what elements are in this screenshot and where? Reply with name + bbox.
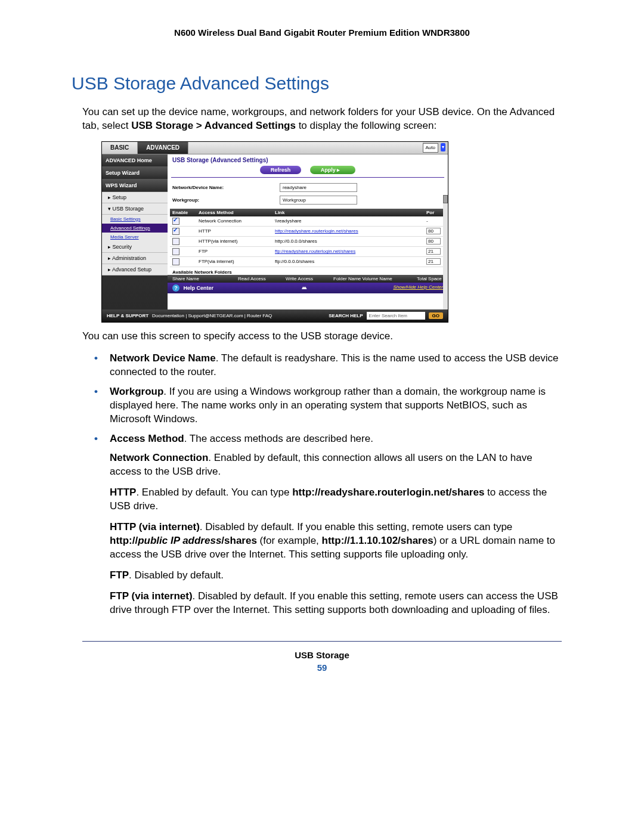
content-scrollbar[interactable] <box>443 195 448 309</box>
table-row: HTTP http://readyshare.routerlogin.net/s… <box>170 226 445 236</box>
tab-spacer <box>188 142 422 154</box>
sidebar-setup-wizard[interactable]: Setup Wizard <box>102 167 168 179</box>
cell-link[interactable]: http://readyshare.routerlogin.net/shares <box>275 228 358 234</box>
bullet-icon: • <box>94 352 110 379</box>
sub-url-prefix: http:// <box>110 535 138 546</box>
th-method: Access Method <box>196 209 273 216</box>
sub-label: HTTP <box>110 487 136 498</box>
bullet-text: . The access methods are described here. <box>184 433 373 444</box>
sub-http-via-internet: HTTP (via internet). Disabled by default… <box>110 521 562 562</box>
workgroup-input[interactable]: Workgroup <box>280 196 357 205</box>
sidebar-advanced-setup[interactable]: ▸ Advanced Setup <box>102 264 168 275</box>
port-input[interactable]: 21 <box>426 248 441 255</box>
sub-ftp: FTP. Disabled by default. <box>110 569 562 583</box>
enable-checkbox[interactable] <box>172 238 179 245</box>
sub-ftp-via-internet: FTP (via internet). Disabled by default.… <box>110 590 562 617</box>
refresh-button[interactable]: Refresh <box>260 166 302 174</box>
language-dropdown-icon[interactable]: ▾ <box>441 143 445 151</box>
cell-method: HTTP(via internet) <box>196 236 273 246</box>
bullet-label: Network Device Name <box>110 352 216 364</box>
collapse-arrow-icon[interactable]: ▴▴▴ <box>302 284 305 292</box>
th-enable: Enable <box>170 209 196 216</box>
port-input[interactable]: 80 <box>426 238 441 244</box>
cell-link: http://0.0.0.0/shares <box>273 236 424 246</box>
table-row: FTP(via internet) ftp://0.0.0.0/shares 2… <box>170 256 445 267</box>
support-links[interactable]: Documentation | Support@NETGEAR.com | Ro… <box>152 313 272 318</box>
sidebar-basic-settings[interactable]: Basic Settings <box>102 215 168 224</box>
sidebar-security[interactable]: ▸ Security <box>102 241 168 253</box>
search-help-label: SEARCH HELP <box>329 313 363 318</box>
bullet-text: . If you are using a Windows workgroup r… <box>110 386 546 425</box>
cell-link: ftp://0.0.0.0/shares <box>273 256 424 267</box>
th-folder-name: Folder Name Volume Name <box>333 276 405 281</box>
port-input[interactable]: 21 <box>426 258 441 265</box>
bullet-label: Workgroup <box>110 386 163 397</box>
cell-method: HTTP <box>196 226 273 236</box>
help-support-label: HELP & SUPPORT <box>107 313 148 318</box>
sub-text: (for example, <box>257 535 322 546</box>
workgroup-label: Workgroup: <box>172 197 280 203</box>
ss-sidebar: ADVANCED Home Setup Wizard WPS Wizard ▸ … <box>102 154 168 309</box>
sub-label: FTP <box>110 569 129 581</box>
bullet-network-device-name: • Network Device Name. The default is re… <box>94 352 562 379</box>
ss-footer: HELP & SUPPORT Documentation | Support@N… <box>102 309 448 322</box>
enable-checkbox[interactable] <box>172 258 179 265</box>
footer-rule <box>82 641 562 642</box>
scrollbar-thumb[interactable] <box>443 195 448 203</box>
th-read-access: Read Access <box>238 276 274 281</box>
enable-checkbox[interactable] <box>172 228 179 235</box>
router-screenshot: BASIC ADVANCED Auto ▾ ADVANCED Home Setu… <box>101 141 448 323</box>
sidebar-administration[interactable]: ▸ Administration <box>102 253 168 264</box>
th-total-space: Total Space <box>417 276 442 281</box>
sidebar-usb-storage[interactable]: ▾ USB Storage <box>102 203 168 215</box>
cell-link: \\readyshare <box>273 216 424 227</box>
intro-paragraph: You can set up the device name, workgrou… <box>82 106 562 133</box>
bullet-access-method: • Access Method. The access methods are … <box>94 432 562 446</box>
sub-url-italic: public IP address <box>138 535 221 546</box>
table-row: FTP ftp://readyshare.routerlogin.net/sha… <box>170 246 445 256</box>
table-row: HTTP(via internet) http://0.0.0.0/shares… <box>170 236 445 246</box>
folder-table-header: Share Name Read Access Write Access Fold… <box>168 275 448 283</box>
cell-link[interactable]: ftp://readyshare.routerlogin.net/shares <box>275 249 355 254</box>
go-button[interactable]: GO <box>429 312 443 319</box>
sidebar-advanced-settings[interactable]: Advanced Settings <box>102 224 168 233</box>
sub-network-connection: Network Connection. Enabled by default, … <box>110 451 562 479</box>
table-row: Network Connection \\readyshare - <box>170 216 445 227</box>
bullet-workgroup: • Workgroup. If you are using a Windows … <box>94 385 562 426</box>
search-input[interactable]: Enter Search Item <box>367 312 425 320</box>
sub-text: . Enabled by default. You can type <box>136 487 292 498</box>
cell-port: - <box>424 216 445 227</box>
available-folders-label: Available Network Folders <box>168 267 448 275</box>
tab-basic[interactable]: BASIC <box>102 142 138 154</box>
help-icon: ? <box>172 284 179 292</box>
tab-advanced[interactable]: ADVANCED <box>138 142 188 154</box>
section-title: USB Storage Advanced Settings <box>72 73 572 94</box>
sidebar-setup[interactable]: ▸ Setup <box>102 192 168 203</box>
sub-http: HTTP. Enabled by default. You can type h… <box>110 486 562 513</box>
sub-url: http://readyshare.routerlogin.net/shares <box>292 487 484 498</box>
page-number: 59 <box>72 662 572 673</box>
th-write-access: Write Access <box>286 276 321 281</box>
bullet-label: Access Method <box>110 433 184 444</box>
apply-button[interactable]: Apply ▸ <box>310 166 356 174</box>
sub-example: http://1.1.10.102/shares <box>322 535 434 546</box>
footer-section-label: USB Storage <box>72 650 572 660</box>
sub-url-suffix: /shares <box>221 535 257 546</box>
enable-checkbox[interactable] <box>172 248 179 255</box>
auto-selector[interactable]: Auto <box>423 143 438 153</box>
sub-text: . Disabled by default. <box>129 569 224 581</box>
port-input[interactable]: 80 <box>426 228 441 234</box>
bullet-icon: • <box>94 432 110 446</box>
intro-bold-path: USB Storage > Advanced Settings <box>131 120 296 131</box>
access-method-table: Enable Access Method Link Por Network Co… <box>170 209 445 267</box>
enable-checkbox[interactable] <box>172 218 179 225</box>
after-screenshot-text: You can use this screen to specify acces… <box>82 330 562 343</box>
help-center-label: Help Center <box>184 285 214 291</box>
sidebar-media-server[interactable]: Media Server <box>102 233 168 241</box>
sidebar-wps-wizard[interactable]: WPS Wizard <box>102 179 168 192</box>
ss-content: USB Storage (Advanced Settings) Refresh … <box>168 154 448 309</box>
device-name-input[interactable]: readyshare <box>280 183 357 192</box>
sub-label: FTP (via internet) <box>110 590 193 602</box>
show-hide-help-link[interactable]: Show/Hide Help Center <box>393 284 443 292</box>
sidebar-advanced-home[interactable]: ADVANCED Home <box>102 154 168 167</box>
